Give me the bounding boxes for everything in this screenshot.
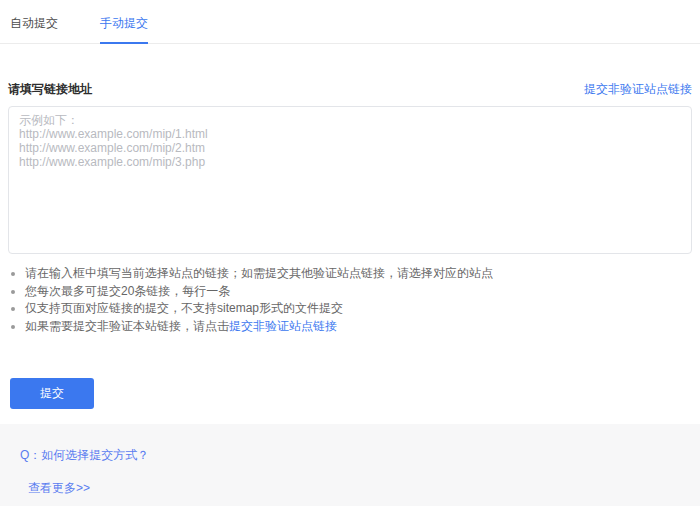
tab-manual-submit[interactable]: 手动提交: [100, 15, 148, 44]
notes-list: 请在输入框中填写当前选择站点的链接；如需提交其他验证站点链接，请选择对应的站点 …: [8, 265, 692, 335]
form-header: 请填写链接地址 提交非验证站点链接: [8, 81, 692, 98]
note-item: 如果需要提交非验证本站链接，请点击提交非验证站点链接: [25, 318, 692, 336]
links-textarea[interactable]: [8, 106, 692, 254]
tab-bar: 自动提交 手动提交: [0, 0, 700, 44]
view-more-link[interactable]: 查看更多>>: [28, 480, 90, 497]
tab-auto-submit[interactable]: 自动提交: [10, 15, 58, 43]
note-item: 仅支持页面对应链接的提交，不支持sitemap形式的文件提交: [25, 300, 692, 318]
submit-unverified-site-inline-link[interactable]: 提交非验证站点链接: [229, 319, 337, 333]
submit-button[interactable]: 提交: [10, 378, 94, 409]
link-address-label: 请填写链接地址: [8, 81, 92, 98]
faq-box: Q：如何选择提交方式？ 查看更多>>: [0, 424, 700, 506]
faq-question[interactable]: Q：如何选择提交方式？: [20, 447, 680, 464]
note-text: 如果需要提交非验证本站链接，请点击: [25, 319, 229, 333]
note-item: 您每次最多可提交20条链接，每行一条: [25, 283, 692, 301]
note-item: 请在输入框中填写当前选择站点的链接；如需提交其他验证站点链接，请选择对应的站点: [25, 265, 692, 283]
manual-submit-panel: 请填写链接地址 提交非验证站点链接 请在输入框中填写当前选择站点的链接；如需提交…: [0, 81, 700, 409]
submit-unverified-site-link[interactable]: 提交非验证站点链接: [584, 81, 692, 98]
